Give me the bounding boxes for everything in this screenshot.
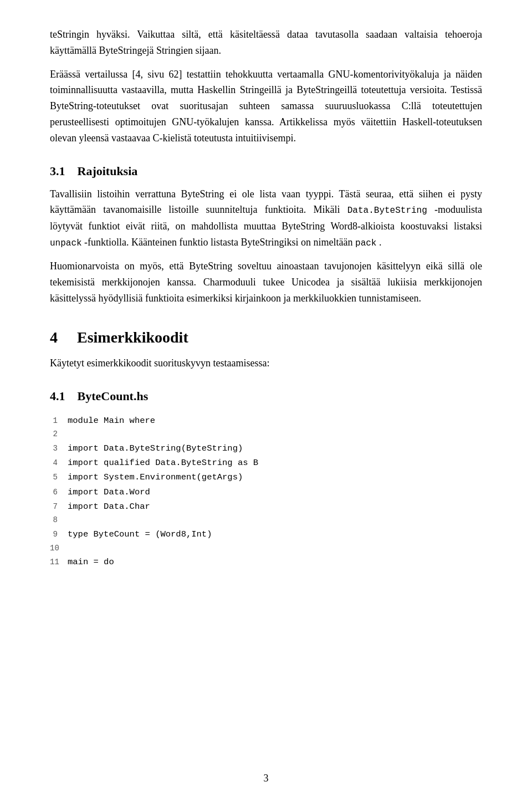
- line-number: 2: [50, 428, 68, 441]
- code-line: 11main = do: [50, 555, 482, 569]
- section-4-1-number: 4.1: [50, 389, 65, 403]
- code-line: 7import Data.Char: [50, 499, 482, 514]
- line-content: main = do: [68, 555, 114, 569]
- code-line: 4import qualified Data.ByteString as B: [50, 456, 482, 470]
- code-block: 1module Main where23import Data.ByteStri…: [50, 413, 482, 570]
- line-number: 10: [50, 542, 68, 555]
- code-line: 9type ByteCount = (Word8,Int): [50, 527, 482, 542]
- paragraph-4: Huomionarvoista on myös, että ByteString…: [50, 258, 482, 306]
- para3-text3: -funktiolla. Käänteinen funktio listasta…: [84, 237, 352, 248]
- code-line: 8: [50, 514, 482, 527]
- paragraph-3: Tavallisiin listoihin verrattuna ByteStr…: [50, 186, 482, 251]
- section-4-1-title: ByteCount.hs: [78, 389, 149, 403]
- line-number: 7: [50, 500, 68, 514]
- line-content: type ByteCount = (Word8,Int): [68, 527, 212, 542]
- line-content: import qualified Data.ByteString as B: [68, 456, 258, 470]
- paragraph-2: Eräässä vertailussa [4, sivu 62] testatt…: [50, 67, 482, 146]
- para4-text: Huomionarvoista on myös, että ByteString…: [50, 260, 482, 304]
- line-number: 9: [50, 528, 68, 542]
- section-3-1-number: 3.1: [50, 164, 65, 178]
- line-number: 5: [50, 471, 68, 484]
- para5-text: Käytetyt esimerkkikoodit suorituskyvyn t…: [50, 357, 269, 369]
- line-content: module Main where: [68, 413, 155, 428]
- line-number: 4: [50, 457, 68, 470]
- line-content: import System.Environment(getArgs): [68, 470, 243, 484]
- section-3-1-header: 3.1 Rajoituksia: [50, 164, 482, 178]
- code-line: 10: [50, 542, 482, 555]
- code-line: 6import Data.Word: [50, 485, 482, 499]
- section-3-1-title: Rajoituksia: [78, 164, 138, 178]
- paragraph-5: Käytetyt esimerkkikoodit suorituskyvyn t…: [50, 355, 482, 371]
- line-number: 6: [50, 486, 68, 499]
- code-line: 1module Main where: [50, 413, 482, 428]
- para3-text4: .: [379, 237, 382, 248]
- section-4-1-header: 4.1 ByteCount.hs: [50, 389, 482, 403]
- page: teStringin hyväksi. Vaikuttaa siltä, ett…: [0, 0, 532, 802]
- para3-code3: pack: [355, 238, 376, 248]
- paragraph-1: teStringin hyväksi. Vaikuttaa siltä, ett…: [50, 27, 482, 59]
- line-number: 1: [50, 415, 68, 428]
- page-num-text: 3: [264, 773, 269, 784]
- section-4-header: 4 Esimerkkikoodit: [50, 329, 482, 346]
- line-number: 8: [50, 514, 68, 527]
- code-line: 3import Data.ByteString(ByteString): [50, 441, 482, 456]
- section-4-title: Esimerkkikoodit: [77, 329, 188, 346]
- section-4-number: 4: [50, 329, 58, 346]
- line-number: 3: [50, 442, 68, 456]
- para3-code1: Data.ByteString: [347, 206, 427, 216]
- line-number: 11: [50, 556, 68, 569]
- page-number: 3: [0, 773, 532, 784]
- line-content: import Data.Char: [68, 499, 150, 514]
- code-line: 2: [50, 428, 482, 441]
- para1-text: teStringin hyväksi. Vaikuttaa siltä, ett…: [50, 29, 482, 56]
- code-line: 5import System.Environment(getArgs): [50, 470, 482, 484]
- line-content: import Data.ByteString(ByteString): [68, 441, 243, 456]
- para2-text: Eräässä vertailussa [4, sivu 62] testatt…: [50, 69, 482, 144]
- line-content: import Data.Word: [68, 485, 150, 499]
- para3-code2: unpack: [50, 238, 82, 248]
